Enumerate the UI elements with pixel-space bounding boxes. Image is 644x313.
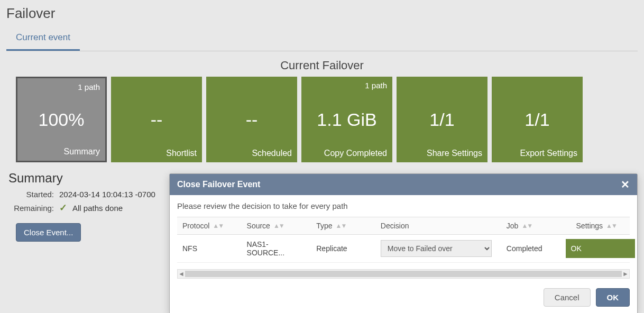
sort-icon: ▲▼ — [521, 223, 532, 229]
card-copy-completed-top: 1 path — [365, 81, 387, 90]
col-type[interactable]: Type▲▼ — [311, 217, 375, 235]
scroll-right-icon[interactable]: ► — [622, 270, 629, 278]
card-share-settings-value: 1/1 — [429, 109, 454, 130]
section-title: Current Failover — [6, 59, 638, 72]
tabs: Current event — [6, 26, 638, 51]
sort-icon: ▲▼ — [606, 223, 617, 229]
check-icon: ✓ — [59, 202, 67, 214]
card-scheduled-value: -- — [246, 109, 258, 130]
cancel-button[interactable]: Cancel — [544, 288, 591, 307]
tab-current-event[interactable]: Current event — [6, 26, 80, 51]
decision-select[interactable]: Move to Failed over — [381, 240, 492, 257]
card-share-settings-label: Share Settings — [427, 149, 482, 158]
col-decision[interactable]: Decision — [375, 217, 501, 235]
col-decision-label: Decision — [381, 222, 409, 230]
cell-source: NAS1-SOURCE... — [242, 235, 311, 263]
card-summary-top: 1 path — [78, 82, 100, 91]
decision-table: Protocol▲▼ Source▲▼ Type▲▼ Decision Job▲… — [177, 217, 630, 263]
scroll-left-icon[interactable]: ◄ — [178, 270, 185, 278]
cell-job: Completed — [501, 235, 571, 263]
card-summary-value: 100% — [39, 109, 85, 130]
table-header-row: Protocol▲▼ Source▲▼ Type▲▼ Decision Job▲… — [177, 217, 630, 235]
modal-subtitle: Please review the decision to take for e… — [177, 201, 630, 210]
card-copy-completed-label: Copy Completed — [324, 149, 387, 158]
close-failover-modal: Close Failover Event ✕ Please review the… — [169, 173, 638, 313]
modal-footer: Cancel OK — [170, 284, 637, 313]
col-settings[interactable]: Settings▲▼ — [571, 217, 630, 235]
card-export-settings-value: 1/1 — [525, 109, 549, 130]
col-protocol-label: Protocol — [182, 222, 209, 230]
col-job[interactable]: Job▲▼ — [501, 217, 571, 235]
failover-cards: 1 path 100% Summary -- Shortlist -- Sche… — [6, 77, 638, 162]
cell-settings-ok: OK — [566, 239, 635, 258]
col-job-label: Job — [507, 222, 519, 230]
modal-header: Close Failover Event ✕ — [170, 174, 637, 195]
cell-protocol: NFS — [177, 235, 242, 263]
remaining-label: Remaining: — [8, 204, 54, 213]
card-share-settings[interactable]: 1/1 Share Settings — [397, 77, 487, 162]
started-label: Started: — [8, 190, 54, 199]
card-copy-completed-value: 1.1 GiB — [317, 109, 376, 130]
col-source[interactable]: Source▲▼ — [242, 217, 311, 235]
table-row: NFS NAS1-SOURCE... Replicate Move to Fai… — [177, 235, 630, 263]
scrollbar-thumb[interactable] — [185, 271, 622, 277]
close-event-button[interactable]: Close Event... — [16, 223, 81, 242]
card-scheduled-label: Scheduled — [252, 149, 292, 158]
sort-icon: ▲▼ — [213, 223, 223, 229]
started-value: 2024-03-14 10:04:13 -0700 — [59, 190, 155, 199]
col-settings-label: Settings — [576, 222, 603, 230]
close-icon[interactable]: ✕ — [621, 179, 630, 190]
horizontal-scrollbar[interactable]: ◄ ► — [177, 269, 630, 279]
card-copy-completed[interactable]: 1 path 1.1 GiB Copy Completed — [301, 77, 392, 162]
col-protocol[interactable]: Protocol▲▼ — [177, 217, 242, 235]
card-export-settings-label: Export Settings — [520, 149, 578, 158]
card-shortlist-value: -- — [151, 109, 163, 130]
card-summary-label: Summary — [64, 147, 100, 156]
ok-button[interactable]: OK — [596, 288, 630, 307]
page-title: Failover — [6, 5, 638, 22]
cell-type: Replicate — [311, 235, 375, 263]
sort-icon: ▲▼ — [336, 223, 346, 229]
card-shortlist[interactable]: -- Shortlist — [111, 77, 202, 162]
col-type-label: Type — [316, 222, 332, 230]
card-export-settings[interactable]: 1/1 Export Settings — [492, 77, 583, 162]
sort-icon: ▲▼ — [273, 223, 284, 229]
card-scheduled[interactable]: -- Scheduled — [206, 77, 297, 162]
col-source-label: Source — [247, 222, 270, 230]
remaining-value: All paths done — [72, 204, 123, 213]
modal-title: Close Failover Event — [177, 180, 260, 189]
card-shortlist-label: Shortlist — [166, 149, 197, 158]
card-summary[interactable]: 1 path 100% Summary — [16, 77, 107, 162]
